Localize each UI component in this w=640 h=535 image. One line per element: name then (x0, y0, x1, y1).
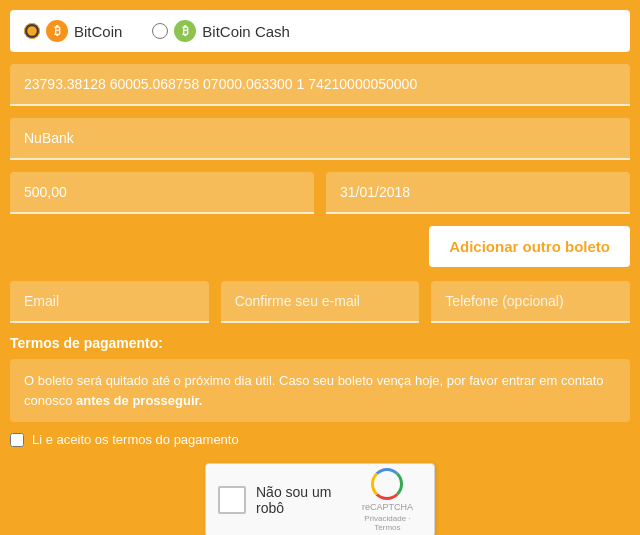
recaptcha-icon (371, 468, 403, 500)
email-confirm-input[interactable] (221, 281, 420, 323)
contact-fields-row (10, 281, 630, 323)
amount-input[interactable] (10, 172, 314, 214)
termos-label: Termos de pagamento: (10, 335, 630, 351)
email-confirm-wrap (221, 281, 420, 323)
bitcoin-radio[interactable] (24, 23, 40, 39)
bitcoin-option[interactable]: ₿ BitCoin (24, 20, 122, 42)
bitcoin-cash-option[interactable]: ₿ BitCoin Cash (152, 20, 290, 42)
recaptcha-widget[interactable]: Não sou um robô reCAPTCHA Privacidade · … (205, 463, 435, 535)
phone-wrap (431, 281, 630, 323)
phone-input[interactable] (431, 281, 630, 323)
aceito-checkbox[interactable] (10, 433, 24, 447)
due-date-input[interactable] (326, 172, 630, 214)
recaptcha-label: Não sou um robô (256, 484, 353, 516)
add-boleto-button[interactable]: Adicionar outro boleto (429, 226, 630, 267)
bitcoin-cash-radio[interactable] (152, 23, 168, 39)
bank-input[interactable] (10, 118, 630, 160)
bitcoin-label: BitCoin (74, 23, 122, 40)
termos-box: O boleto será quitado até o próximo dia … (10, 359, 630, 422)
recaptcha-brand: reCAPTCHA (362, 502, 413, 512)
recaptcha-area: Não sou um robô reCAPTCHA Privacidade · … (10, 463, 630, 535)
add-boleto-area: Adicionar outro boleto (10, 226, 630, 267)
email-input[interactable] (10, 281, 209, 323)
bch-icon: ₿ (174, 20, 196, 42)
recaptcha-checkbox-area: Não sou um robô (218, 484, 353, 516)
recaptcha-fake-checkbox[interactable] (218, 486, 246, 514)
bank-field-row (10, 118, 630, 160)
recaptcha-links: Privacidade · Termos (353, 514, 422, 532)
aceito-label[interactable]: Li e aceito os termos do pagamento (32, 432, 239, 447)
amount-date-row (10, 172, 630, 214)
due-date-wrap (326, 172, 630, 214)
barcode-field-row (10, 64, 630, 106)
email-wrap (10, 281, 209, 323)
recaptcha-logo-area: reCAPTCHA Privacidade · Termos (353, 468, 422, 532)
crypto-selector: ₿ BitCoin ₿ BitCoin Cash (10, 10, 630, 52)
bitcoin-cash-label: BitCoin Cash (202, 23, 290, 40)
barcode-input[interactable] (10, 64, 630, 106)
btc-icon: ₿ (46, 20, 68, 42)
aceito-row: Li e aceito os termos do pagamento (10, 432, 630, 447)
amount-wrap (10, 172, 314, 214)
